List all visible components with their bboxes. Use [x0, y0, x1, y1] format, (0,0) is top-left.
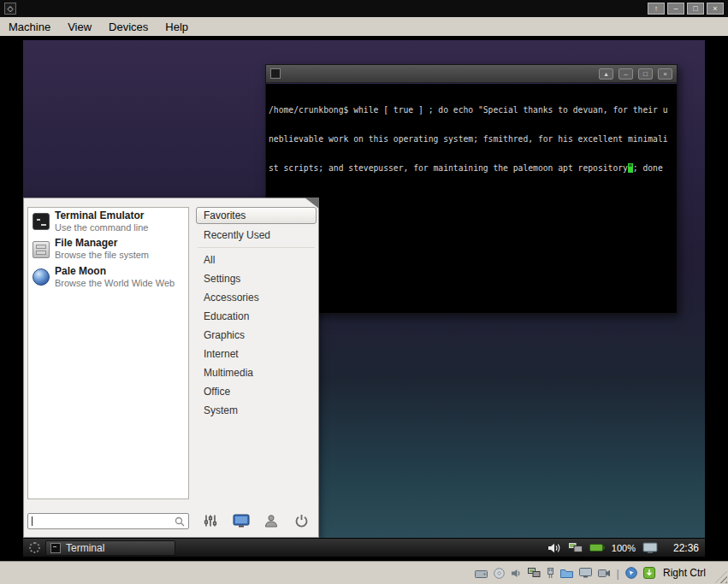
- guest-screen: ▴ – □ × /home/crunkbong$ while [ true ] …: [23, 40, 705, 557]
- category-multimedia[interactable]: Multimedia: [196, 363, 317, 382]
- app-title: File Manager: [55, 238, 149, 250]
- terminal-app-icon: [33, 213, 50, 230]
- category-system[interactable]: System: [196, 401, 317, 420]
- logout-button[interactable]: [290, 510, 314, 532]
- terminal-titlebar[interactable]: ▴ – □ ×: [266, 65, 677, 83]
- taskbar-terminal-button[interactable]: Terminal: [45, 540, 175, 556]
- recording-status-icon[interactable]: [598, 569, 611, 578]
- menu-item-help[interactable]: Help: [157, 19, 197, 35]
- category-accessories[interactable]: Accessories: [196, 288, 317, 307]
- category-list: Favorites Recently Used All Settings Acc…: [196, 207, 317, 420]
- category-all[interactable]: All: [196, 251, 317, 269]
- hard-disk-status-icon[interactable]: [475, 569, 488, 578]
- terminal-task-icon: [50, 543, 61, 553]
- screen-icon: [233, 514, 250, 528]
- mouse-integration-icon[interactable]: [625, 567, 637, 579]
- search-input[interactable]: [33, 515, 175, 528]
- favorites-app-list: Terminal Emulator Use the command line F…: [27, 207, 189, 499]
- category-education[interactable]: Education: [196, 307, 317, 326]
- app-item-text: File Manager Browse the file system: [55, 238, 149, 260]
- app-item-terminal-emulator[interactable]: Terminal Emulator Use the command line: [28, 208, 188, 235]
- terminal-window: ▴ – □ × /home/crunkbong$ while [ true ] …: [265, 64, 678, 314]
- minimize-button[interactable]: –: [667, 3, 684, 15]
- app-item-text: Pale Moon Browse the World Wide Web: [55, 266, 175, 288]
- app-subtitle: Use the command line: [55, 222, 148, 233]
- category-separator: [198, 247, 315, 248]
- terminal-screen[interactable]: /home/crunkbong$ while [ true ] ; do ech…: [266, 84, 677, 313]
- menu-action-buttons: [198, 510, 314, 532]
- switch-user-button[interactable]: [259, 510, 283, 532]
- terminal-shade-button[interactable]: ▴: [599, 68, 613, 80]
- usb-status-icon[interactable]: [547, 568, 554, 579]
- menu-search-field[interactable]: [27, 513, 189, 529]
- window-up-button[interactable]: ↑: [648, 3, 665, 15]
- display-tray-icon[interactable]: [642, 542, 658, 554]
- power-icon: [294, 514, 309, 528]
- category-office[interactable]: Office: [196, 382, 317, 401]
- app-subtitle: Browse the World Wide Web: [55, 278, 175, 289]
- app-item-text: Terminal Emulator Use the command line: [55, 210, 148, 233]
- search-icon: [175, 516, 185, 527]
- application-menu: Terminal Emulator Use the command line F…: [23, 198, 319, 538]
- network-status-icon[interactable]: [528, 568, 541, 578]
- menu-item-view[interactable]: View: [59, 19, 100, 35]
- settings-manager-button[interactable]: [198, 510, 222, 532]
- shared-folders-status-icon[interactable]: [560, 568, 573, 578]
- maximize-button[interactable]: □: [687, 3, 704, 15]
- volume-icon[interactable]: [547, 543, 561, 553]
- battery-percentage: 100%: [612, 543, 636, 553]
- virtualbox-icon: ◇: [4, 3, 16, 15]
- host-key-label: Right Ctrl: [663, 567, 706, 579]
- busy-spinner-icon: [29, 542, 40, 553]
- vbox-menubar: Machine View Devices Help: [0, 17, 728, 36]
- category-internet[interactable]: Internet: [196, 345, 317, 363]
- terminal-window-buttons: ▴ – □ ×: [599, 68, 672, 80]
- task-label: Terminal: [66, 542, 104, 554]
- system-tray: 100% 22:36: [547, 542, 701, 554]
- app-title: Terminal Emulator: [55, 210, 148, 222]
- user-icon: [263, 514, 279, 528]
- terminal-close-button[interactable]: ×: [658, 68, 672, 80]
- menu-item-machine[interactable]: Machine: [0, 19, 59, 35]
- keyboard-capture-icon[interactable]: [643, 567, 655, 579]
- guest-taskbar: Terminal 100% 22:36: [23, 538, 705, 557]
- clock[interactable]: 22:36: [673, 542, 699, 554]
- resize-grip[interactable]: [715, 571, 727, 583]
- battery-icon[interactable]: [589, 544, 605, 552]
- display-status-icon[interactable]: [579, 568, 592, 578]
- network-icon[interactable]: [568, 542, 583, 553]
- terminal-window-icon: [270, 68, 281, 79]
- app-subtitle: Browse the file system: [55, 250, 149, 261]
- virtualbox-window: ◇ ↑ – □ × Machine View Devices Help ▴ –: [0, 0, 728, 584]
- category-recently-used[interactable]: Recently Used: [196, 226, 317, 245]
- app-item-file-manager[interactable]: File Manager Browse the file system: [28, 235, 188, 263]
- close-button[interactable]: ×: [707, 3, 724, 15]
- menu-item-devices[interactable]: Devices: [100, 19, 157, 35]
- audio-status-icon[interactable]: [511, 569, 522, 578]
- terminal-line-3: st scripts; and stevepusser, for maintai…: [269, 163, 674, 173]
- terminal-minimize-button[interactable]: –: [619, 68, 633, 80]
- category-graphics[interactable]: Graphics: [196, 326, 317, 345]
- terminal-line-3-post: ; done: [633, 163, 663, 173]
- lock-screen-button[interactable]: [229, 510, 253, 532]
- terminal-line-1: /home/crunkbong$ while [ true ] ; do ech…: [269, 105, 674, 115]
- terminal-line-3-pre: st scripts; and stevepusser, for maintai…: [269, 163, 628, 173]
- vbox-titlebar[interactable]: ◇ ↑ – □ ×: [0, 0, 728, 17]
- category-settings[interactable]: Settings: [196, 269, 317, 288]
- vm-display-area: ▴ – □ × /home/crunkbong$ while [ true ] …: [0, 36, 728, 561]
- file-manager-icon: [33, 241, 50, 258]
- vbox-statusbar: | Right Ctrl: [0, 561, 728, 584]
- statusbar-separator: |: [617, 567, 619, 580]
- window-buttons: ↑ – □ ×: [648, 3, 724, 15]
- sliders-icon: [203, 514, 218, 528]
- terminal-line-2: neblievable work on this operating syste…: [269, 134, 674, 144]
- app-title: Pale Moon: [55, 266, 175, 278]
- globe-icon: [33, 268, 50, 286]
- app-item-pale-moon[interactable]: Pale Moon Browse the World Wide Web: [28, 263, 188, 291]
- terminal-maximize-button[interactable]: □: [638, 68, 653, 80]
- optical-disk-status-icon[interactable]: [494, 568, 505, 579]
- category-favorites[interactable]: Favorites: [196, 207, 317, 224]
